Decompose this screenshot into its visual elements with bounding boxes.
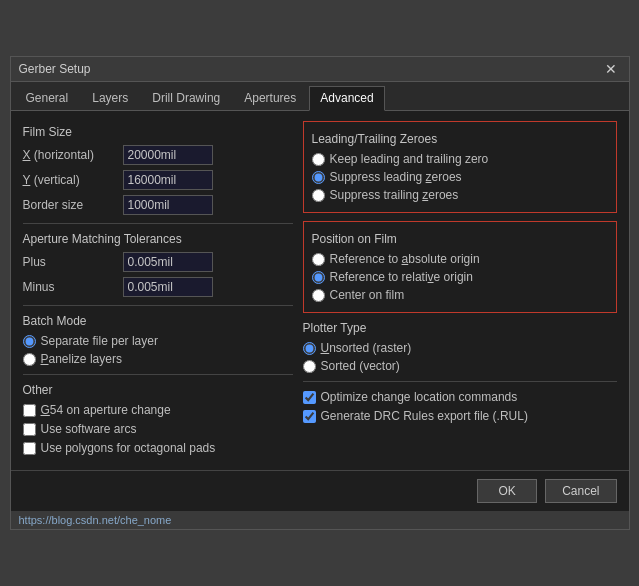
unsorted-label[interactable]: Unsorted (raster) xyxy=(321,341,412,355)
sorted-label[interactable]: Sorted (vector) xyxy=(321,359,400,373)
optimize-label[interactable]: Optimize change location commands xyxy=(321,390,518,404)
batch-separate-label[interactable]: Separate file per layer xyxy=(41,334,158,348)
suppress-leading-radio[interactable] xyxy=(312,171,325,184)
suppress-leading-label[interactable]: Suppress leading zeroes xyxy=(330,170,462,184)
film-size-title: Film Size xyxy=(23,125,293,139)
batch-panelize-label[interactable]: Panelize layers xyxy=(41,352,122,366)
sorted-radio[interactable] xyxy=(303,360,316,373)
tab-layers[interactable]: Layers xyxy=(81,86,139,110)
octagonal-pads-checkbox[interactable] xyxy=(23,442,36,455)
plus-label: Plus xyxy=(23,255,123,269)
leading-trailing-radio-3: Suppress trailing zeroes xyxy=(312,188,608,202)
tab-advanced[interactable]: Advanced xyxy=(309,86,384,111)
x-label: X (horizontal) xyxy=(23,148,123,162)
batch-title: Batch Mode xyxy=(23,314,293,328)
tab-drill-drawing[interactable]: Drill Drawing xyxy=(141,86,231,110)
center-film-radio[interactable] xyxy=(312,289,325,302)
x-input[interactable] xyxy=(123,145,213,165)
close-button[interactable]: ✕ xyxy=(601,62,621,76)
plus-input[interactable] xyxy=(123,252,213,272)
suppress-trailing-label[interactable]: Suppress trailing zeroes xyxy=(330,188,459,202)
batch-radio-row-1: Separate file per layer xyxy=(23,334,293,348)
border-field-row: Border size xyxy=(23,195,293,215)
y-field-row: Y (vertical) xyxy=(23,170,293,190)
tab-content-advanced: Film Size X (horizontal) Y (vertical) Bo… xyxy=(11,111,629,470)
cancel-button[interactable]: Cancel xyxy=(545,479,616,503)
dialog-title: Gerber Setup xyxy=(19,62,91,76)
x-field-row: X (horizontal) xyxy=(23,145,293,165)
drc-checkbox[interactable] xyxy=(303,410,316,423)
plotter-radio-1: Unsorted (raster) xyxy=(303,341,617,355)
keep-zeroes-label[interactable]: Keep leading and trailing zero xyxy=(330,152,489,166)
minus-input[interactable] xyxy=(123,277,213,297)
other-checkbox-row-3: Use polygons for octagonal pads xyxy=(23,441,293,455)
bottom-bar: OK Cancel xyxy=(11,470,629,511)
plotter-radio-2: Sorted (vector) xyxy=(303,359,617,373)
position-radio-2: Reference to relative origin xyxy=(312,270,608,284)
position-on-film-group: Position on Film Reference to absolute o… xyxy=(303,221,617,313)
suppress-trailing-radio[interactable] xyxy=(312,189,325,202)
optimize-checkbox[interactable] xyxy=(303,391,316,404)
position-title: Position on Film xyxy=(312,232,608,246)
right-column: Leading/Trailing Zeroes Keep leading and… xyxy=(303,121,617,460)
relative-origin-radio[interactable] xyxy=(312,271,325,284)
aperture-title: Aperture Matching Tolerances xyxy=(23,232,293,246)
minus-field-row: Minus xyxy=(23,277,293,297)
other-section: Other G54 on aperture change Use softwar… xyxy=(23,383,293,455)
tab-apertures[interactable]: Apertures xyxy=(233,86,307,110)
leading-trailing-group: Leading/Trailing Zeroes Keep leading and… xyxy=(303,121,617,213)
g54-checkbox[interactable] xyxy=(23,404,36,417)
batch-panelize-radio[interactable] xyxy=(23,353,36,366)
absolute-origin-radio[interactable] xyxy=(312,253,325,266)
left-column: Film Size X (horizontal) Y (vertical) Bo… xyxy=(23,121,293,460)
keep-zeroes-radio[interactable] xyxy=(312,153,325,166)
tab-general[interactable]: General xyxy=(15,86,80,110)
batch-radio-row-2: Panelize layers xyxy=(23,352,293,366)
url-bar: https://blog.csdn.net/che_nome xyxy=(11,511,629,529)
relative-origin-label[interactable]: Reference to relative origin xyxy=(330,270,473,284)
border-input[interactable] xyxy=(123,195,213,215)
leading-trailing-radio-1: Keep leading and trailing zero xyxy=(312,152,608,166)
unsorted-radio[interactable] xyxy=(303,342,316,355)
batch-section: Batch Mode Separate file per layer Panel… xyxy=(23,314,293,366)
border-label: Border size xyxy=(23,198,123,212)
software-arcs-checkbox[interactable] xyxy=(23,423,36,436)
other-title: Other xyxy=(23,383,293,397)
gerber-setup-dialog: Gerber Setup ✕ General Layers Drill Draw… xyxy=(10,56,630,530)
drc-label[interactable]: Generate DRC Rules export file (.RUL) xyxy=(321,409,528,423)
y-input[interactable] xyxy=(123,170,213,190)
position-radio-3: Center on film xyxy=(312,288,608,302)
plotter-section: Plotter Type Unsorted (raster) Sorted (v… xyxy=(303,321,617,373)
minus-label: Minus xyxy=(23,280,123,294)
batch-separate-radio[interactable] xyxy=(23,335,36,348)
other-checkbox-row-2: Use software arcs xyxy=(23,422,293,436)
leading-trailing-title: Leading/Trailing Zeroes xyxy=(312,132,608,146)
center-film-label[interactable]: Center on film xyxy=(330,288,405,302)
software-arcs-label[interactable]: Use software arcs xyxy=(41,422,137,436)
url-text: https://blog.csdn.net/che_nome xyxy=(19,514,172,526)
other-checkbox-row-1: G54 on aperture change xyxy=(23,403,293,417)
tab-bar: General Layers Drill Drawing Apertures A… xyxy=(11,82,629,111)
title-bar: Gerber Setup ✕ xyxy=(11,57,629,82)
plus-field-row: Plus xyxy=(23,252,293,272)
g54-label[interactable]: G54 on aperture change xyxy=(41,403,171,417)
ok-button[interactable]: OK xyxy=(477,479,537,503)
optimize-checkbox-row: Optimize change location commands xyxy=(303,390,617,404)
absolute-origin-label[interactable]: Reference to absolute origin xyxy=(330,252,480,266)
drc-checkbox-row: Generate DRC Rules export file (.RUL) xyxy=(303,409,617,423)
position-radio-1: Reference to absolute origin xyxy=(312,252,608,266)
y-label: Y (vertical) xyxy=(23,173,123,187)
plotter-title: Plotter Type xyxy=(303,321,617,335)
octagonal-pads-label[interactable]: Use polygons for octagonal pads xyxy=(41,441,216,455)
leading-trailing-radio-2: Suppress leading zeroes xyxy=(312,170,608,184)
